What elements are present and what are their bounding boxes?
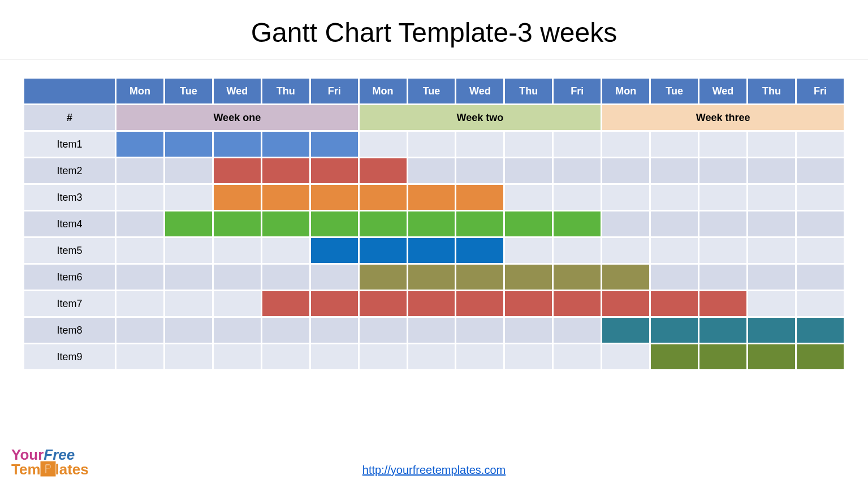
item-label: Item7 [24,291,115,316]
gantt-empty-cell [456,344,503,369]
gantt-row: Item2 [24,158,844,183]
gantt-bar-cell [748,344,795,369]
item-label: Item1 [24,132,115,157]
gantt-bar-cell [797,318,844,343]
gantt-empty-cell [748,265,795,290]
gantt-empty-cell [360,344,407,369]
gantt-bar-cell [165,132,212,157]
gantt-bar-cell [651,344,698,369]
header-blank [24,79,115,103]
divider [0,59,868,60]
gantt-empty-cell [262,318,309,343]
gantt-bar-cell [602,291,649,316]
gantt-bar-cell [165,211,212,236]
gantt-empty-cell [651,185,698,210]
header-day: Thu [748,79,795,103]
item-label: Item6 [24,265,115,290]
gantt-empty-cell [651,265,698,290]
gantt-bar-cell [505,291,552,316]
gantt-bar-cell [214,132,261,157]
gantt-bar-cell [262,158,309,183]
gantt-bar-cell [116,132,163,157]
gantt-empty-cell [554,318,601,343]
header-hash: # [24,105,115,130]
gantt-empty-cell [360,318,407,343]
header-day: Fri [311,79,358,103]
gantt-empty-cell [311,265,358,290]
gantt-bar-cell [214,211,261,236]
gantt-bar-cell [311,211,358,236]
gantt-empty-cell [214,265,261,290]
gantt-empty-cell [262,265,309,290]
page-title: Gantt Chart Template-3 weeks [0,0,868,59]
gantt-empty-cell [602,238,649,263]
gantt-empty-cell [797,238,844,263]
item-label: Item5 [24,238,115,263]
gantt-empty-cell [505,318,552,343]
gantt-bar-cell [699,344,746,369]
gantt-body: Item1Item2Item3Item4Item5Item6Item7Item8… [24,132,844,369]
gantt-bar-cell [262,211,309,236]
gantt-chart: MonTueWedThuFriMonTueWedThuFriMonTueWedT… [0,77,868,371]
gantt-row: Item6 [24,265,844,290]
header-weeks-row: # Week oneWeek twoWeek three [24,105,844,130]
gantt-bar-cell [311,158,358,183]
gantt-empty-cell [797,211,844,236]
gantt-empty-cell [797,291,844,316]
gantt-empty-cell [116,265,163,290]
gantt-bar-cell [360,185,407,210]
gantt-bar-cell [456,265,503,290]
gantt-row: Item5 [24,238,844,263]
gantt-empty-cell [602,158,649,183]
gantt-bar-cell [360,265,407,290]
header-week: Week two [360,105,601,130]
header-day: Mon [116,79,163,103]
gantt-empty-cell [554,185,601,210]
gantt-empty-cell [165,344,212,369]
logo: YourFree Tem🅿lates [11,447,89,477]
gantt-empty-cell [408,158,455,183]
gantt-empty-cell [797,265,844,290]
gantt-empty-cell [116,158,163,183]
gantt-empty-cell [214,344,261,369]
gantt-empty-cell [505,238,552,263]
gantt-empty-cell [408,344,455,369]
gantt-empty-cell [699,185,746,210]
item-label: Item9 [24,344,115,369]
gantt-empty-cell [116,211,163,236]
gantt-empty-cell [699,211,746,236]
gantt-bar-cell [651,318,698,343]
gantt-bar-cell [360,238,407,263]
gantt-empty-cell [748,291,795,316]
gantt-bar-cell [456,185,503,210]
gantt-empty-cell [214,238,261,263]
gantt-empty-cell [699,158,746,183]
header-day: Tue [165,79,212,103]
gantt-bar-cell [456,211,503,236]
gantt-bar-cell [360,291,407,316]
gantt-row: Item3 [24,185,844,210]
gantt-empty-cell [602,344,649,369]
item-label: Item4 [24,211,115,236]
gantt-row: Item1 [24,132,844,157]
gantt-bar-cell [505,211,552,236]
gantt-bar-cell [262,132,309,157]
gantt-empty-cell [262,238,309,263]
gantt-bar-cell [602,318,649,343]
gantt-empty-cell [116,238,163,263]
gantt-bar-cell [214,158,261,183]
gantt-empty-cell [165,158,212,183]
gantt-empty-cell [699,265,746,290]
gantt-empty-cell [408,318,455,343]
gantt-empty-cell [214,318,261,343]
gantt-bar-cell [456,238,503,263]
gantt-empty-cell [554,158,601,183]
gantt-bar-cell [408,291,455,316]
gantt-empty-cell [554,132,601,157]
gantt-bar-cell [262,291,309,316]
footer-link[interactable]: http://yourfreetemplates.com [362,464,506,476]
gantt-empty-cell [602,185,649,210]
gantt-row: Item9 [24,344,844,369]
gantt-empty-cell [360,132,407,157]
gantt-empty-cell [699,132,746,157]
